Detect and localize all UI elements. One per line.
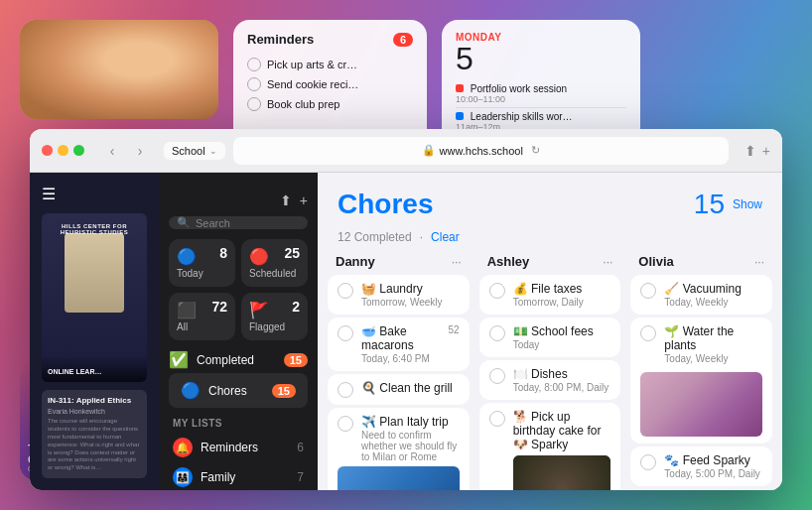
flagged-label: Flagged bbox=[249, 321, 300, 332]
grill-content: 🍳 Clean the grill bbox=[361, 381, 460, 395]
smart-list-all[interactable]: ⬛ All 72 bbox=[169, 293, 235, 340]
menu-icon[interactable]: ☰ bbox=[42, 185, 56, 203]
italy-detail: Need to confirm whether we should fly to… bbox=[361, 430, 460, 462]
list-item-family[interactable]: 👨‍👩‍👧 Family 7 bbox=[159, 462, 318, 490]
danny-column-name: Danny bbox=[336, 254, 375, 269]
reminders-search-bar[interactable]: 🔍 Search bbox=[169, 216, 308, 229]
reminders-widget-item-2[interactable]: Send cookie reci… bbox=[247, 74, 413, 94]
danny-italy-trip[interactable]: ✈️ Plan Italy trip Need to confirm wheth… bbox=[328, 408, 470, 490]
chores-title: Chores bbox=[338, 189, 433, 220]
reminders-add-icon[interactable]: + bbox=[300, 192, 308, 208]
vacuuming-name: 🧹 Vacuuming bbox=[664, 282, 762, 296]
smart-list-flagged[interactable]: 🚩 Flagged 2 bbox=[241, 293, 308, 340]
course-card[interactable]: IN-311: Applied Ethics Evaria Honkewitch… bbox=[42, 390, 147, 478]
ashley-sparky-cake[interactable]: 🐕 Pick up birthday cake for 🐶 Sparky bbox=[479, 403, 621, 490]
water-plants-checkbox[interactable] bbox=[640, 325, 656, 341]
laundry-icon: 🧺 bbox=[361, 282, 376, 296]
sparky-cake-content: 🐕 Pick up birthday cake for 🐶 Sparky bbox=[513, 410, 611, 490]
smart-list-today[interactable]: 🔵 Today 8 bbox=[169, 239, 235, 287]
add-tab-icon[interactable]: + bbox=[762, 143, 770, 159]
italy-icon: ✈️ bbox=[361, 415, 376, 429]
laundry-checkbox[interactable] bbox=[338, 283, 353, 299]
olivia-column: Olivia ··· 🧹 Vacuuming Today, Weekl bbox=[630, 254, 772, 490]
back-button[interactable]: ‹ bbox=[100, 139, 124, 163]
dishes-icon: 🍽️ bbox=[513, 367, 528, 381]
ashley-taxes[interactable]: 💰 File taxes Tomorrow, Daily bbox=[479, 275, 621, 315]
all-label: All bbox=[177, 321, 227, 332]
reminder-text-1: Pick up arts & cr… bbox=[267, 59, 357, 70]
calendar-day-label: MONDAY bbox=[456, 32, 626, 43]
chores-list-active[interactable]: 🔵 Chores 15 bbox=[169, 373, 308, 408]
dog-image bbox=[20, 20, 218, 119]
completed-row[interactable]: ✅ Completed 15 bbox=[159, 350, 318, 369]
dog-silhouette bbox=[513, 455, 611, 490]
flowers-thumbnail bbox=[640, 372, 762, 437]
dog-photo-thumbnail bbox=[513, 455, 611, 490]
vacuuming-checkbox[interactable] bbox=[640, 283, 656, 299]
danny-laundry[interactable]: 🧺 Laundry Tomorrow, Weekly bbox=[328, 275, 470, 315]
share-icon[interactable]: ⬆ bbox=[744, 143, 756, 159]
school-online-label: ONLINE LEAR… bbox=[42, 356, 147, 382]
reminders-widget-item-1[interactable]: Pick up arts & cr… bbox=[247, 55, 413, 74]
danny-macarons[interactable]: 🥣 Bake macarons Today, 6:40 PM 52 bbox=[328, 318, 470, 371]
list-item-reminders[interactable]: 🔔 Reminders 6 bbox=[159, 433, 318, 462]
ashley-items: 💰 File taxes Tomorrow, Daily 💵 bbox=[479, 275, 621, 490]
school-tab[interactable]: School ⌄ bbox=[164, 142, 225, 160]
browser-window: ‹ › School ⌄ 🔒 www.hchs.school ↻ ⬆ + ☰ H… bbox=[30, 129, 782, 490]
dog-photo-widget bbox=[20, 20, 218, 119]
taxes-checkbox[interactable] bbox=[489, 283, 505, 299]
reminder-circle-1 bbox=[247, 58, 261, 71]
italy-content: ✈️ Plan Italy trip Need to confirm wheth… bbox=[361, 415, 460, 462]
school-fees-checkbox[interactable] bbox=[489, 325, 505, 341]
reminders-widget-title: Reminders bbox=[247, 32, 314, 47]
olivia-water-plants[interactable]: 🌱 Water the plants Today, Weekly bbox=[630, 318, 772, 444]
dishes-checkbox[interactable] bbox=[489, 368, 505, 384]
address-bar[interactable]: 🔒 www.hchs.school ↻ bbox=[233, 137, 729, 165]
olivia-vacuuming[interactable]: 🧹 Vacuuming Today, Weekly bbox=[630, 275, 772, 315]
danny-grill[interactable]: 🍳 Clean the grill bbox=[328, 374, 470, 405]
taxes-content: 💰 File taxes Tomorrow, Daily bbox=[513, 282, 611, 308]
calendar-event-1[interactable]: Portfolio work session 10:00–11:00 bbox=[456, 80, 626, 108]
school-fees-detail: Today bbox=[513, 339, 611, 350]
browser-toolbar: ‹ › School ⌄ 🔒 www.hchs.school ↻ ⬆ + bbox=[30, 129, 782, 173]
reminder-circle-3 bbox=[247, 97, 261, 111]
family-list-name: Family bbox=[201, 470, 289, 484]
close-button[interactable] bbox=[42, 145, 53, 156]
reminders-widget-item-3[interactable]: Book club prep bbox=[247, 94, 413, 114]
sparky-cake-checkbox[interactable] bbox=[489, 411, 505, 427]
chores-columns: Danny ··· 🧺 Laundry Tomorrow, Weekl bbox=[318, 254, 782, 490]
danny-more-button[interactable]: ··· bbox=[452, 255, 462, 269]
taxes-name: 💰 File taxes bbox=[513, 282, 611, 296]
olivia-more-button[interactable]: ··· bbox=[754, 255, 764, 269]
school-fees-content: 💵 School fees Today bbox=[513, 324, 611, 350]
school-fees-name: 💵 School fees bbox=[513, 324, 611, 338]
reminder-circle-2 bbox=[247, 77, 261, 91]
forward-button[interactable]: › bbox=[128, 139, 152, 163]
reminders-list-icon: 🔔 bbox=[173, 438, 193, 457]
smart-list-scheduled[interactable]: 🔴 Scheduled 25 bbox=[241, 239, 308, 287]
vacuuming-detail: Today, Weekly bbox=[664, 297, 762, 308]
minimize-button[interactable] bbox=[58, 145, 68, 156]
ashley-school-fees[interactable]: 💵 School fees Today bbox=[479, 318, 621, 357]
refresh-icon: ↻ bbox=[531, 144, 540, 157]
clear-button[interactable]: Clear bbox=[431, 230, 460, 244]
macarons-checkbox[interactable] bbox=[338, 325, 353, 341]
smart-lists: 🔵 Today 8 🔴 Scheduled 25 ⬛ All 72 🚩 Flag… bbox=[159, 239, 318, 340]
water-plants-detail: Today, Weekly bbox=[664, 353, 762, 364]
feed-sparky-checkbox[interactable] bbox=[640, 454, 656, 470]
italy-checkbox[interactable] bbox=[338, 416, 353, 432]
ashley-more-button[interactable]: ··· bbox=[603, 255, 612, 269]
reminders-share-icon[interactable]: ⬆ bbox=[280, 192, 292, 208]
maximize-button[interactable] bbox=[73, 145, 84, 156]
reminders-sidebar: ⬆ + 🔍 Search 🔵 Today 8 🔴 Scheduled 25 bbox=[159, 173, 318, 490]
search-placeholder: Search bbox=[196, 217, 230, 229]
ashley-dishes[interactable]: 🍽️ Dishes Today, 8:00 PM, Daily bbox=[479, 360, 621, 400]
ashley-column: Ashley ··· 💰 File taxes Tomorrow, D bbox=[479, 254, 621, 490]
chores-count-area: 15 Show bbox=[694, 189, 762, 220]
italy-thumbnail bbox=[338, 466, 460, 490]
show-button[interactable]: Show bbox=[733, 197, 762, 211]
grill-checkbox[interactable] bbox=[338, 382, 353, 398]
olivia-feed-sparky[interactable]: 🐾 Feed Sparky Today, 5:00 PM, Daily bbox=[630, 446, 772, 486]
olivia-items: 🧹 Vacuuming Today, Weekly bbox=[630, 275, 772, 486]
reminder-text-3: Book club prep bbox=[267, 98, 339, 110]
